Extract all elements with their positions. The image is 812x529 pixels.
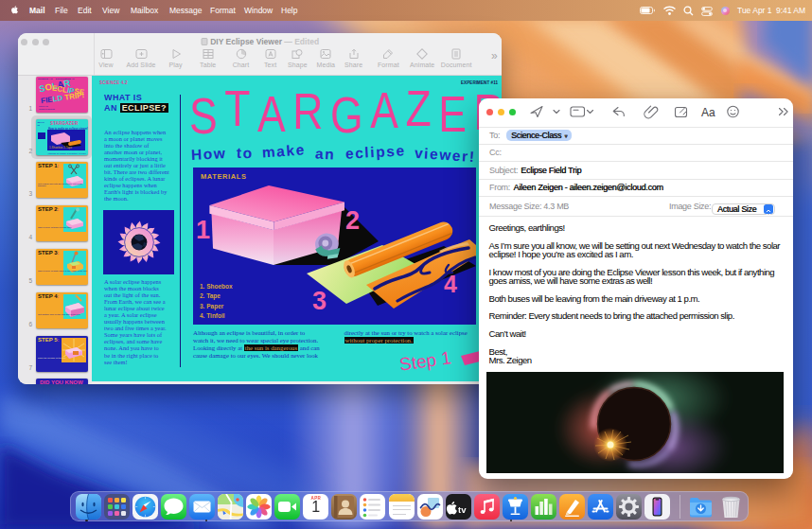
svg-text:2: 2 xyxy=(345,206,360,235)
svg-text:1: 1 xyxy=(196,216,210,244)
svg-text:3: 3 xyxy=(312,287,327,315)
svg-text:1.Shoebox 2.Tape: 1.Shoebox 2.Tape xyxy=(49,146,73,150)
svg-text:tv: tv xyxy=(458,503,467,514)
svg-text:Aa: Aa xyxy=(701,106,715,119)
svg-text:4: 4 xyxy=(444,271,457,297)
